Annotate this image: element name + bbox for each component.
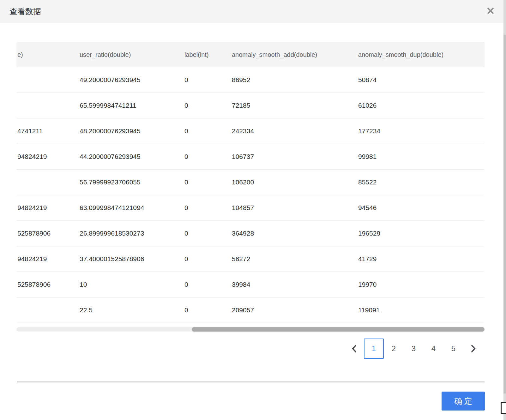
table-cell: 4741211	[16, 118, 80, 144]
vertical-scrollbar-track[interactable]	[503, 0, 506, 420]
clipped-corner-element	[501, 402, 506, 414]
table-cell: 106200	[232, 170, 358, 195]
pagination-page-1[interactable]: 1	[364, 339, 384, 359]
table-cell: 0	[184, 170, 232, 195]
table-cell: 0	[184, 93, 232, 118]
table-cell: 94824219	[16, 195, 80, 220]
table-cell: 525878906	[16, 221, 80, 246]
table-cell: 525878906	[16, 272, 80, 297]
table-row: 525878906 26.899999618530273 0 364928 19…	[16, 221, 485, 246]
table-row: 49.20000076293945 0 86952 50874	[16, 67, 485, 93]
table-cell	[16, 67, 80, 93]
table-cell: 0	[184, 118, 232, 144]
table-cell: 65.5999984741211	[80, 93, 184, 118]
table-cell: 0	[184, 195, 232, 220]
pagination-page-3[interactable]: 3	[404, 339, 424, 359]
table-cell: 99981	[358, 144, 485, 169]
pagination: 1 2 3 4 5	[344, 339, 483, 359]
table-header-row: e) user_ratio(double) label(int) anomaly…	[16, 42, 485, 67]
column-header-anomaly-smooth-dup: anomaly_smooth_dup(double)	[358, 42, 485, 67]
table-cell	[16, 93, 80, 118]
pagination-page-5[interactable]: 5	[443, 339, 463, 359]
table-body: 49.20000076293945 0 86952 50874 65.59999…	[16, 67, 485, 323]
table-cell: 39984	[232, 272, 358, 297]
vertical-scrollbar-thumb[interactable]	[503, 35, 506, 393]
table-cell: 63.099998474121094	[80, 195, 184, 220]
table-cell: 49.20000076293945	[80, 67, 184, 93]
column-header: e)	[16, 42, 80, 67]
table-cell: 0	[184, 246, 232, 272]
table-row: 94824219 37.400001525878906 0 56272 4172…	[16, 246, 485, 272]
column-header-anomaly-smooth-add: anomaly_smooth_add(double)	[232, 42, 358, 67]
table-cell: 61026	[358, 93, 485, 118]
column-header-label: label(int)	[184, 42, 232, 67]
confirm-button[interactable]: 确 定	[442, 392, 485, 411]
table-row: 94824219 63.099998474121094 0 104857 945…	[16, 195, 485, 221]
table-cell: 177234	[358, 118, 485, 144]
column-header-user-ratio: user_ratio(double)	[80, 42, 184, 67]
table-row: 22.5 0 209057 119091	[16, 297, 485, 323]
table-cell: 85522	[358, 170, 485, 195]
table-cell: 56.79999923706055	[80, 170, 184, 195]
table-cell: 26.899999618530273	[80, 221, 184, 246]
table-cell: 209057	[232, 297, 358, 323]
table-cell: 0	[184, 221, 232, 246]
table-cell: 94824219	[16, 144, 80, 169]
table-cell: 86952	[232, 67, 358, 93]
table-cell	[16, 297, 80, 323]
view-data-modal: { "modal": { "title": "查看数据", "confirm_l…	[0, 0, 506, 420]
close-icon[interactable]	[486, 6, 495, 15]
table-cell	[16, 170, 80, 195]
table-cell: 94546	[358, 195, 485, 220]
table-row: 94824219 44.20000076293945 0 106737 9998…	[16, 144, 485, 170]
pagination-page-4[interactable]: 4	[424, 339, 443, 359]
table-cell: 0	[184, 144, 232, 169]
horizontal-scrollbar-thumb[interactable]	[192, 327, 485, 332]
table-cell: 104857	[232, 195, 358, 220]
table-cell: 364928	[232, 221, 358, 246]
table-cell: 22.5	[80, 297, 184, 323]
table-cell: 0	[184, 272, 232, 297]
footer-divider	[17, 381, 485, 382]
table-cell: 41729	[358, 246, 485, 272]
modal-title: 查看数据	[9, 0, 41, 23]
chevron-right-icon[interactable]	[463, 339, 483, 359]
table-cell: 44.20000076293945	[80, 144, 184, 169]
pagination-page-2[interactable]: 2	[384, 339, 404, 359]
table-row: 65.5999984741211 0 72185 61026	[16, 93, 485, 118]
table-cell: 56272	[232, 246, 358, 272]
table-cell: 119091	[358, 297, 485, 323]
table-row: 525878906 10 0 39984 19970	[16, 272, 485, 297]
table-cell: 242334	[232, 118, 358, 144]
table-cell: 94824219	[16, 246, 80, 272]
modal-header: 查看数据	[0, 0, 506, 23]
table-cell: 37.400001525878906	[80, 246, 184, 272]
table-cell: 10	[80, 272, 184, 297]
table-cell: 48.20000076293945	[80, 118, 184, 144]
data-table: e) user_ratio(double) label(int) anomaly…	[16, 42, 485, 323]
table-cell: 50874	[358, 67, 485, 93]
horizontal-scrollbar-track[interactable]	[16, 327, 485, 332]
table-cell: 0	[184, 67, 232, 93]
table-cell: 72185	[232, 93, 358, 118]
table-cell: 106737	[232, 144, 358, 169]
table-cell: 19970	[358, 272, 485, 297]
table-row: 4741211 48.20000076293945 0 242334 17723…	[16, 118, 485, 144]
table-row: 56.79999923706055 0 106200 85522	[16, 170, 485, 195]
table-cell: 196529	[358, 221, 485, 246]
table-cell: 0	[184, 297, 232, 323]
chevron-left-icon[interactable]	[344, 339, 364, 359]
